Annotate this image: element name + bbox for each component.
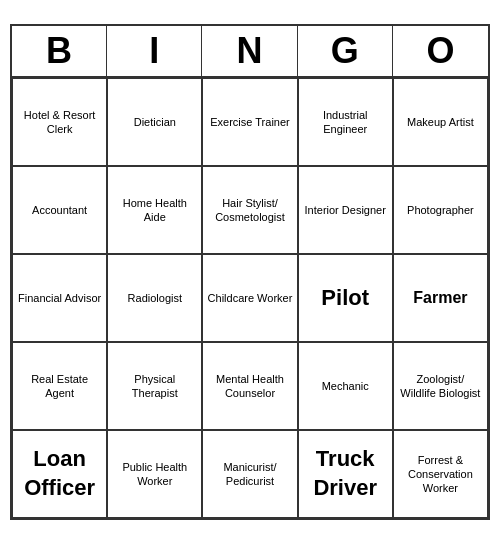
cell-text-12: Childcare Worker xyxy=(208,291,293,305)
bingo-cell-2: Exercise Trainer xyxy=(202,78,297,166)
bingo-cell-16: Physical Therapist xyxy=(107,342,202,430)
bingo-cell-4: Makeup Artist xyxy=(393,78,488,166)
cell-text-4: Makeup Artist xyxy=(407,115,474,129)
bingo-cell-22: Manicurist/ Pedicurist xyxy=(202,430,297,518)
cell-text-22: Manicurist/ Pedicurist xyxy=(207,460,292,489)
cell-text-5: Accountant xyxy=(32,203,87,217)
cell-text-16: Physical Therapist xyxy=(112,372,197,401)
bingo-cell-24: Forrest & Conservation Worker xyxy=(393,430,488,518)
bingo-cell-9: Photographer xyxy=(393,166,488,254)
bingo-cell-13: Pilot xyxy=(298,254,393,342)
bingo-cell-11: Radiologist xyxy=(107,254,202,342)
header-letter-n: N xyxy=(202,26,297,76)
cell-text-23: Truck Driver xyxy=(303,445,388,502)
cell-text-21: Public Health Worker xyxy=(112,460,197,489)
bingo-cell-1: Dietician xyxy=(107,78,202,166)
cell-text-8: Interior Designer xyxy=(305,203,386,217)
header-letter-b: B xyxy=(12,26,107,76)
bingo-cell-21: Public Health Worker xyxy=(107,430,202,518)
cell-text-14: Farmer xyxy=(413,288,467,309)
cell-text-19: Zoologist/ Wildlife Biologist xyxy=(398,372,483,401)
bingo-cell-5: Accountant xyxy=(12,166,107,254)
bingo-cell-19: Zoologist/ Wildlife Biologist xyxy=(393,342,488,430)
cell-text-18: Mechanic xyxy=(322,379,369,393)
bingo-cell-0: Hotel & Resort Clerk xyxy=(12,78,107,166)
bingo-header: BINGO xyxy=(12,26,488,78)
cell-text-3: Industrial Engineer xyxy=(303,108,388,137)
header-letter-i: I xyxy=(107,26,202,76)
bingo-cell-23: Truck Driver xyxy=(298,430,393,518)
cell-text-11: Radiologist xyxy=(128,291,182,305)
cell-text-24: Forrest & Conservation Worker xyxy=(398,453,483,496)
cell-text-6: Home Health Aide xyxy=(112,196,197,225)
cell-text-10: Financial Advisor xyxy=(18,291,101,305)
cell-text-2: Exercise Trainer xyxy=(210,115,289,129)
bingo-grid: Hotel & Resort ClerkDieticianExercise Tr… xyxy=(12,78,488,518)
cell-text-9: Photographer xyxy=(407,203,474,217)
bingo-cell-18: Mechanic xyxy=(298,342,393,430)
header-letter-g: G xyxy=(298,26,393,76)
cell-text-15: Real Estate Agent xyxy=(17,372,102,401)
cell-text-7: Hair Stylist/ Cosmetologist xyxy=(207,196,292,225)
bingo-cell-3: Industrial Engineer xyxy=(298,78,393,166)
cell-text-20: Loan Officer xyxy=(17,445,102,502)
cell-text-13: Pilot xyxy=(321,284,369,313)
bingo-cell-20: Loan Officer xyxy=(12,430,107,518)
bingo-cell-15: Real Estate Agent xyxy=(12,342,107,430)
bingo-cell-6: Home Health Aide xyxy=(107,166,202,254)
bingo-cell-14: Farmer xyxy=(393,254,488,342)
bingo-cell-8: Interior Designer xyxy=(298,166,393,254)
bingo-cell-12: Childcare Worker xyxy=(202,254,297,342)
cell-text-1: Dietician xyxy=(134,115,176,129)
cell-text-17: Mental Health Counselor xyxy=(207,372,292,401)
bingo-card: BINGO Hotel & Resort ClerkDieticianExerc… xyxy=(10,24,490,520)
cell-text-0: Hotel & Resort Clerk xyxy=(17,108,102,137)
bingo-cell-7: Hair Stylist/ Cosmetologist xyxy=(202,166,297,254)
header-letter-o: O xyxy=(393,26,488,76)
bingo-cell-17: Mental Health Counselor xyxy=(202,342,297,430)
bingo-cell-10: Financial Advisor xyxy=(12,254,107,342)
